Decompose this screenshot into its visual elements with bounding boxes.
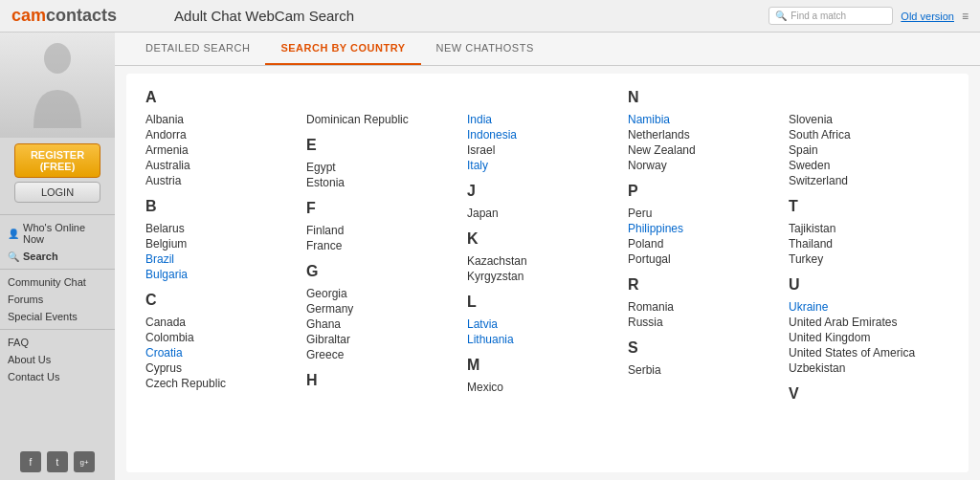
country-poland: Poland xyxy=(628,236,779,251)
login-button[interactable]: LOGIN xyxy=(14,182,100,203)
country-netherlands: Netherlands xyxy=(628,127,779,142)
letter-l: L xyxy=(467,294,618,311)
letter-n: N xyxy=(628,89,779,106)
country-tajikistan: Tajikistan xyxy=(789,221,940,236)
grid-col-1: A Albania Andorra Armenia Australia Aust… xyxy=(145,89,306,471)
country-croatia[interactable]: Croatia xyxy=(145,345,297,360)
country-norway: Norway xyxy=(628,158,779,173)
sidebar-faq[interactable]: FAQ xyxy=(0,334,115,351)
country-indonesia[interactable]: Indonesia xyxy=(467,127,618,142)
country-ukraine[interactable]: Ukraine xyxy=(789,299,940,315)
country-armenia: Armenia xyxy=(145,142,297,158)
logo-contacts: contacts xyxy=(46,6,117,25)
logo: camcontacts xyxy=(11,6,117,26)
grid-icon[interactable]: ≡ xyxy=(962,10,969,23)
country-lithuania[interactable]: Lithuania xyxy=(467,332,618,347)
sidebar-whos-online[interactable]: 👤 Who's Online Now xyxy=(0,219,115,248)
sidebar-forums[interactable]: Forums xyxy=(0,291,115,308)
social-icons: f t g+ xyxy=(12,444,102,480)
sidebar: REGISTER (FREE) LOGIN 👤 Who's Online Now… xyxy=(0,33,115,480)
letter-j: J xyxy=(467,183,618,200)
country-georgia: Georgia xyxy=(306,286,457,301)
tab-search-by-country[interactable]: SEARCH BY COUNTRY xyxy=(265,33,420,65)
country-latvia[interactable]: Latvia xyxy=(467,316,618,332)
country-australia: Australia xyxy=(145,158,297,173)
letter-t: T xyxy=(789,198,940,215)
grid-col-5: A Slovenia South Africa Spain Sweden Swi… xyxy=(789,89,949,471)
grid-columns: A Albania Andorra Armenia Australia Aust… xyxy=(145,89,949,471)
country-estonia: Estonia xyxy=(306,175,457,190)
twitter-icon[interactable]: t xyxy=(47,451,68,472)
find-match-search[interactable]: 🔍 Find a match xyxy=(768,7,893,25)
country-japan: Japan xyxy=(467,206,618,221)
country-switzerland: Switzerland xyxy=(789,173,940,188)
country-south-africa: South Africa xyxy=(789,127,940,142)
country-kyrgyzstan: Kyrgyzstan xyxy=(467,269,618,284)
page-title: Adult Chat WebCam Search xyxy=(174,8,768,24)
grid-col-2: A Dominican Republic E Egypt Estonia F F… xyxy=(306,89,467,471)
top-bar: camcontacts Adult Chat WebCam Search 🔍 F… xyxy=(0,0,980,33)
country-turkey: Turkey xyxy=(789,251,940,267)
country-namibia[interactable]: Namibia xyxy=(628,112,779,127)
country-andorra: Andorra xyxy=(145,127,297,142)
country-india[interactable]: India xyxy=(467,112,618,127)
tab-detailed-search[interactable]: DETAILED SEARCH xyxy=(130,33,265,65)
country-sweden: Sweden xyxy=(789,158,940,173)
search-icon: 🔍 xyxy=(775,11,787,21)
sidebar-contact-us[interactable]: Contact Us xyxy=(0,368,115,385)
country-italy[interactable]: Italy xyxy=(467,158,618,173)
sidebar-divider-2 xyxy=(0,269,115,270)
country-colombia: Colombia xyxy=(145,330,297,345)
sidebar-divider-1 xyxy=(0,214,115,215)
sidebar-avatar xyxy=(0,33,115,138)
tab-new-chathosts[interactable]: NEW CHATHOSTS xyxy=(421,33,549,65)
country-bulgaria[interactable]: Bulgaria xyxy=(145,267,297,282)
country-brazil[interactable]: Brazil xyxy=(145,251,297,267)
country-peru: Peru xyxy=(628,206,779,221)
country-philippines[interactable]: Philippines xyxy=(628,221,779,236)
country-uzbekistan: Uzbekistan xyxy=(789,360,940,376)
content-area: DETAILED SEARCH SEARCH BY COUNTRY NEW CH… xyxy=(115,33,980,480)
country-mexico: Mexico xyxy=(467,380,618,395)
facebook-icon[interactable]: f xyxy=(20,451,41,472)
googleplus-icon[interactable]: g+ xyxy=(74,451,95,472)
register-button[interactable]: REGISTER (FREE) xyxy=(14,143,100,178)
country-austria: Austria xyxy=(145,173,297,188)
sidebar-about-us[interactable]: About Us xyxy=(0,351,115,368)
top-right: 🔍 Find a match Old version ≡ xyxy=(768,7,969,25)
country-serbia: Serbia xyxy=(628,362,779,378)
grid-col-3: A India Indonesia Israel Italy J Japan K… xyxy=(467,89,628,471)
letter-p: P xyxy=(628,183,779,200)
country-canada: Canada xyxy=(145,315,297,330)
country-uk: United Kingdom xyxy=(789,330,940,345)
letter-u: U xyxy=(789,276,940,294)
letter-v: V xyxy=(789,385,940,403)
country-usa: United States of America xyxy=(789,345,940,360)
country-greece: Greece xyxy=(306,347,457,362)
country-israel: Israel xyxy=(467,142,618,158)
sidebar-search[interactable]: 🔍 Search xyxy=(0,248,115,265)
letter-c: C xyxy=(145,292,297,309)
letter-e: E xyxy=(306,137,457,154)
letter-f: F xyxy=(306,200,457,217)
sidebar-community-chat[interactable]: Community Chat xyxy=(0,273,115,291)
country-gibraltar: Gibraltar xyxy=(306,332,457,347)
country-grid: A Albania Andorra Armenia Australia Aust… xyxy=(126,74,969,472)
old-version-link[interactable]: Old version xyxy=(901,11,954,22)
country-albania: Albania xyxy=(145,112,297,127)
letter-m: M xyxy=(467,357,618,374)
letter-a: A xyxy=(145,89,297,106)
country-cyprus: Cyprus xyxy=(145,360,297,376)
find-match-placeholder: Find a match xyxy=(791,11,846,21)
letter-h: H xyxy=(306,372,457,389)
country-belgium: Belgium xyxy=(145,236,297,251)
logo-cam: cam xyxy=(11,6,46,25)
sidebar-special-events[interactable]: Special Events xyxy=(0,308,115,325)
country-new-zealand: New Zealand xyxy=(628,142,779,158)
page-title-area: Adult Chat WebCam Search xyxy=(174,8,768,24)
letter-b: B xyxy=(145,198,297,215)
country-ghana: Ghana xyxy=(306,316,457,332)
tabs-bar: DETAILED SEARCH SEARCH BY COUNTRY NEW CH… xyxy=(115,33,980,66)
main-layout: REGISTER (FREE) LOGIN 👤 Who's Online Now… xyxy=(0,33,980,480)
country-spain: Spain xyxy=(789,142,940,158)
